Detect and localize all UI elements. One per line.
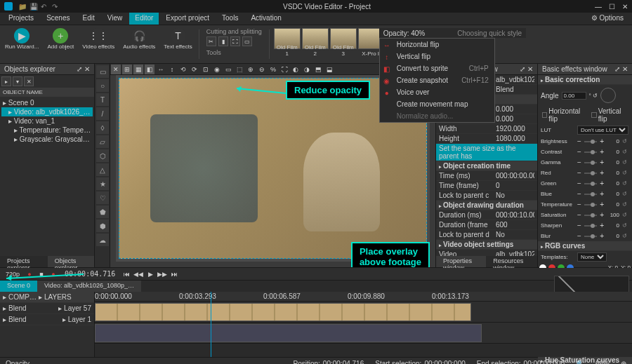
canvas-tool[interactable]: ◧ <box>145 65 154 74</box>
vflip-check[interactable]: Vertical flip <box>591 107 628 123</box>
minus-icon[interactable]: − <box>577 201 581 208</box>
reset-icon[interactable]: ↺ <box>622 222 629 229</box>
video-effects-button[interactable]: ⋮⋮ <box>91 28 106 43</box>
ctx-create-movement-map[interactable]: Create movement map <box>380 98 494 110</box>
delete-node[interactable]: ✕ <box>24 76 34 86</box>
ctx-voice-over[interactable]: ●Voice over <box>380 86 494 98</box>
preset-old-film-3[interactable]: Old Film 3 <box>330 28 357 49</box>
canvas-tool[interactable]: % <box>268 65 278 74</box>
add-object-button[interactable]: + <box>53 28 68 43</box>
split-tool[interactable]: ▮ <box>218 36 228 46</box>
expand-all[interactable]: ▸ <box>1 76 11 86</box>
canvas-tool[interactable]: ⊡ <box>201 65 211 74</box>
plus-icon[interactable]: + <box>600 232 604 240</box>
canvas-tool[interactable]: ⬚ <box>235 65 244 74</box>
play-button[interactable]: ▶ <box>145 269 155 279</box>
timeline-clip[interactable] <box>95 324 482 342</box>
minus-icon[interactable]: − <box>577 222 581 229</box>
canvas-tool[interactable]: ↔ <box>156 65 166 74</box>
reset-icon[interactable]: ↺ <box>622 201 629 208</box>
step-back[interactable]: ◀◀ <box>133 269 143 279</box>
tree-node[interactable]: ▸ Scene 0 <box>1 98 93 107</box>
shape-tool[interactable]: ⬟ <box>96 205 109 218</box>
menu-edit[interactable]: Edit <box>77 13 100 25</box>
shape-tool[interactable]: / <box>96 107 109 120</box>
shape-tool[interactable]: ☁ <box>96 234 109 246</box>
reset-icon[interactable]: ↺ <box>622 149 629 155</box>
saturation-slider[interactable] <box>584 215 597 216</box>
layer-row[interactable]: ▸Blend▸Layer 1 <box>0 314 94 325</box>
ctx-convert-to-sprite[interactable]: ◧Convert to spriteCtrl+P <box>380 62 494 74</box>
shape-tool[interactable]: T <box>96 93 109 106</box>
blue-slider[interactable] <box>584 194 597 195</box>
gamma-slider[interactable] <box>584 162 597 163</box>
angle-input[interactable] <box>562 92 586 100</box>
plus-icon[interactable]: + <box>600 211 604 219</box>
prop-row[interactable]: Lock to parent cNo <box>436 191 537 201</box>
zoom-in-icon[interactable]: ⊕ <box>621 360 626 364</box>
run-wizard-button[interactable]: ▶ <box>14 28 29 43</box>
menu-editor[interactable]: Editor <box>129 13 159 25</box>
canvas-tool[interactable]: ⟲ <box>178 65 188 74</box>
prev-frame[interactable]: ⏮ <box>121 269 131 279</box>
maximize-icon[interactable]: ☐ <box>609 3 615 11</box>
ctx-create-snapshot[interactable]: ◉Create snapshotCtrl+F12 <box>380 74 494 86</box>
canvas-tool[interactable]: ⊕ <box>246 65 256 74</box>
prop-row[interactable]: Duration (ms)000:00:10.000 <box>436 210 537 220</box>
prop-row[interactable]: Lock to parent dNo <box>436 230 537 240</box>
angle-dial[interactable] <box>600 88 616 103</box>
plus-icon[interactable]: + <box>600 180 604 187</box>
prop-row[interactable]: Duration (frame600 <box>436 220 537 230</box>
menu-scenes[interactable]: Scenes <box>41 13 75 25</box>
reset-icon[interactable]: ↺ <box>622 170 629 176</box>
ctx-normalize-audio---[interactable]: Normalize audio... <box>380 110 494 122</box>
canvas-tool[interactable]: ▭ <box>223 65 233 74</box>
blur-slider[interactable] <box>584 236 597 237</box>
canvas-tool[interactable]: ✕ <box>111 65 121 74</box>
canvas-tool[interactable]: ◐ <box>291 65 301 74</box>
close-panel-icon[interactable]: ✕ <box>527 65 533 73</box>
shape-tool[interactable]: ▭ <box>96 65 109 78</box>
preset-old-film-1[interactable]: Old Film 1 <box>274 28 301 49</box>
minus-icon[interactable]: − <box>577 190 581 198</box>
shape-tool[interactable]: ○ <box>96 79 109 92</box>
plus-icon[interactable]: + <box>600 169 604 177</box>
reset-icon[interactable]: ↺ <box>622 138 629 144</box>
minus-icon[interactable]: − <box>577 169 581 177</box>
canvas-tool[interactable]: ◑ <box>302 65 312 74</box>
playhead[interactable] <box>211 292 211 357</box>
text-effects-button[interactable]: T <box>171 28 186 43</box>
minus-icon[interactable]: − <box>577 148 581 156</box>
minus-icon[interactable]: − <box>577 211 581 219</box>
pin-icon[interactable]: ⤢ <box>520 65 525 73</box>
trim-tool[interactable]: ▭ <box>242 36 252 46</box>
tree-node[interactable]: ▸ Video: van_1 <box>1 116 93 126</box>
minimize-icon[interactable]: — <box>595 3 602 11</box>
ctx-horizontal-flip[interactable]: ↔Horizontal flip <box>380 39 494 50</box>
close-panel-icon[interactable]: ✕ <box>84 65 90 73</box>
crop-tool[interactable]: ⛶ <box>230 36 240 46</box>
tree-node[interactable]: ▸ Grayscale: Grayscale 1 <box>1 135 93 144</box>
reset-icon[interactable]: ↺ <box>622 159 629 166</box>
green-slider[interactable] <box>584 183 597 184</box>
prop-row[interactable]: Videoalb_vdbk1026_10i <box>436 250 537 256</box>
lut-select[interactable]: Don't use LUT <box>577 126 628 135</box>
tab-scene0[interactable]: Scene 0 <box>0 281 37 292</box>
shape-tool[interactable]: ▱ <box>96 135 109 148</box>
minus-icon[interactable]: − <box>577 232 581 240</box>
red-slider[interactable] <box>584 173 597 174</box>
canvas-tool[interactable]: ⊞ <box>122 65 132 74</box>
cut-tool[interactable]: ✂ <box>206 36 216 46</box>
hflip-check[interactable]: Horizontal flip <box>542 107 586 123</box>
reset-icon[interactable]: ↺ <box>622 233 629 239</box>
pin-icon[interactable]: ⤢ <box>77 65 82 73</box>
shape-tool[interactable]: △ <box>96 163 109 176</box>
menu-projects[interactable]: Projects <box>3 13 39 25</box>
tab-projects-explorer[interactable]: Projects explorer <box>0 256 48 267</box>
tab-properties[interactable]: Properties window <box>436 256 486 267</box>
menu-view[interactable]: View <box>102 13 129 25</box>
sharpen-slider[interactable] <box>584 225 597 227</box>
minus-icon[interactable]: − <box>577 180 581 187</box>
prop-row[interactable]: Time (frame)0 <box>436 181 537 191</box>
shape-tool[interactable]: ◊ <box>96 121 109 134</box>
